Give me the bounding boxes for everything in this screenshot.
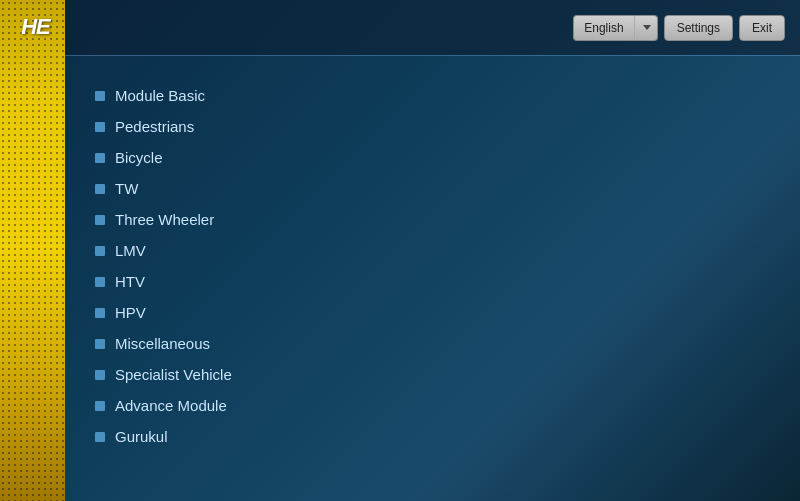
exit-button[interactable]: Exit [739, 15, 785, 41]
logo-text: HE [21, 14, 50, 40]
menu-item-advance-module[interactable]: Advance Module [95, 390, 770, 421]
menu-item-miscellaneous[interactable]: Miscellaneous [95, 328, 770, 359]
menu-item-label-module-basic: Module Basic [115, 87, 205, 104]
menu-bullet-icon [95, 215, 105, 225]
menu-bullet-icon [95, 122, 105, 132]
header-divider [65, 55, 800, 56]
menu-item-label-three-wheeler: Three Wheeler [115, 211, 214, 228]
menu-bullet-icon [95, 91, 105, 101]
menu-item-label-specialist-vehicle: Specialist Vehicle [115, 366, 232, 383]
menu-bullet-icon [95, 277, 105, 287]
menu-item-pedestrians[interactable]: Pedestrians [95, 111, 770, 142]
menu-item-label-htv: HTV [115, 273, 145, 290]
menu-bullet-icon [95, 401, 105, 411]
menu-item-lmv[interactable]: LMV [95, 235, 770, 266]
menu-item-three-wheeler[interactable]: Three Wheeler [95, 204, 770, 235]
menu-item-label-pedestrians: Pedestrians [115, 118, 194, 135]
menu-item-label-miscellaneous: Miscellaneous [115, 335, 210, 352]
menu-bullet-icon [95, 153, 105, 163]
main-content: Module BasicPedestriansBicycleTWThree Wh… [65, 60, 800, 501]
language-dropdown-button[interactable] [634, 15, 658, 41]
menu-item-label-gurukul: Gurukul [115, 428, 168, 445]
menu-bullet-icon [95, 184, 105, 194]
settings-button[interactable]: Settings [664, 15, 733, 41]
top-header: English Settings Exit [65, 0, 800, 55]
menu-list: Module BasicPedestriansBicycleTWThree Wh… [95, 80, 770, 452]
menu-bullet-icon [95, 370, 105, 380]
language-selector[interactable]: English [573, 15, 657, 41]
menu-item-hpv[interactable]: HPV [95, 297, 770, 328]
header-buttons: English Settings Exit [573, 15, 785, 41]
exit-label: Exit [752, 21, 772, 35]
language-button[interactable]: English [573, 15, 633, 41]
menu-item-label-tw: TW [115, 180, 138, 197]
menu-item-label-hpv: HPV [115, 304, 146, 321]
menu-bullet-icon [95, 432, 105, 442]
left-sidebar [0, 0, 65, 501]
language-label: English [584, 21, 623, 35]
menu-item-module-basic[interactable]: Module Basic [95, 80, 770, 111]
menu-item-specialist-vehicle[interactable]: Specialist Vehicle [95, 359, 770, 390]
settings-label: Settings [677, 21, 720, 35]
menu-item-label-advance-module: Advance Module [115, 397, 227, 414]
menu-item-bicycle[interactable]: Bicycle [95, 142, 770, 173]
menu-bullet-icon [95, 308, 105, 318]
menu-item-tw[interactable]: TW [95, 173, 770, 204]
menu-item-gurukul[interactable]: Gurukul [95, 421, 770, 452]
menu-item-label-lmv: LMV [115, 242, 146, 259]
chevron-down-icon [643, 25, 651, 30]
menu-bullet-icon [95, 246, 105, 256]
menu-item-htv[interactable]: HTV [95, 266, 770, 297]
menu-bullet-icon [95, 339, 105, 349]
logo-area: HE [8, 8, 63, 46]
menu-item-label-bicycle: Bicycle [115, 149, 163, 166]
